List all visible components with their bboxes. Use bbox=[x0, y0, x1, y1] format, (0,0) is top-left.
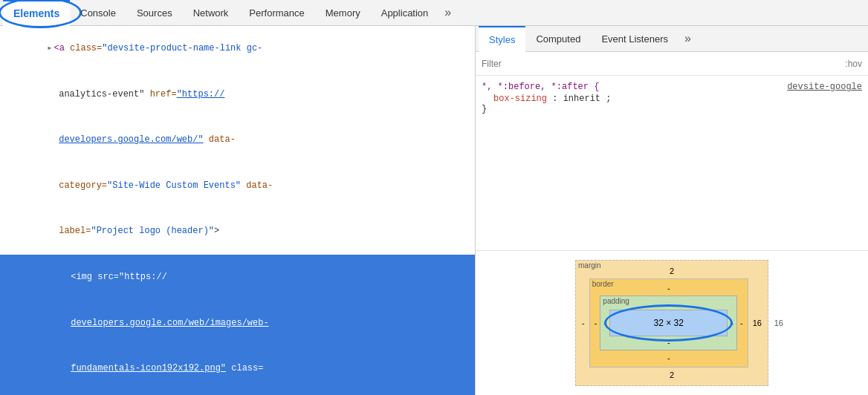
dom-attr-name: src= bbox=[97, 272, 119, 282]
content-dimensions: 32 × 32 bbox=[654, 318, 684, 328]
dom-line: ▸<a class="devsite-product-name-link gc- bbox=[0, 26, 475, 72]
css-colon: : bbox=[552, 94, 563, 104]
padding-row: - 32 × 32 - bbox=[603, 310, 733, 336]
box-model-area: margin 2 - border - - padding bbox=[476, 250, 868, 395]
tab-application[interactable]: Application bbox=[371, 0, 439, 26]
dom-attr-name: data- bbox=[246, 180, 273, 191]
box-padding: padding - - 32 × 32 bbox=[600, 296, 737, 350]
dom-line: analytics-event" href="https:// bbox=[0, 72, 475, 118]
dom-attr-name: category= bbox=[59, 180, 107, 191]
css-selector: *, *:before, *:after { bbox=[482, 82, 599, 92]
dom-tag: <a bbox=[54, 43, 64, 53]
dom-attr-name: href= bbox=[150, 89, 177, 99]
css-semicolon: ; bbox=[606, 94, 611, 104]
tab-more-button[interactable]: » bbox=[438, 6, 457, 19]
dom-attr-value: "Project logo (header)" bbox=[91, 226, 214, 236]
dom-text: analytics-event" bbox=[59, 89, 144, 99]
dom-attr-value: "devsite-product-name-link gc- bbox=[102, 43, 262, 53]
dom-tag: <img bbox=[71, 272, 92, 282]
css-property-value: inherit bbox=[563, 94, 600, 104]
filter-input[interactable] bbox=[482, 59, 839, 69]
padding-right-value: - bbox=[731, 319, 733, 327]
margin-label: margin bbox=[578, 261, 601, 270]
padding-label: padding bbox=[603, 297, 629, 305]
tab-elements[interactable]: Elements bbox=[3, 0, 70, 26]
dom-line: label="Project logo (header)"> bbox=[0, 209, 475, 255]
tab-performance[interactable]: Performance bbox=[239, 0, 314, 26]
css-close-brace: } bbox=[482, 104, 862, 114]
dom-link[interactable]: fundamentals-icon192x192.png" bbox=[71, 363, 226, 373]
border-row: - padding - - 32 × 32 bbox=[595, 296, 743, 350]
box-margin: margin 2 - border - - padding bbox=[575, 260, 768, 386]
dom-line-selected: developers.google.com/web/images/web- bbox=[0, 300, 475, 346]
devtools-window: Elements Console Sources Network Perform… bbox=[0, 0, 868, 26]
css-property-name: box-sizing bbox=[493, 94, 547, 104]
dom-line: category="Site-Wide Custom Events" data- bbox=[0, 163, 475, 209]
dom-line-selected: fundamentals-icon192x192.png" class= bbox=[0, 346, 475, 392]
tab-computed[interactable]: Computed bbox=[525, 26, 591, 52]
box-border: border - - padding - - bbox=[589, 278, 748, 368]
dom-line: developers.google.com/web/" data- bbox=[0, 117, 475, 163]
dom-link[interactable]: "https:// bbox=[177, 89, 225, 99]
dom-line-selected: "devsite-product-logo" alt="Web"> == $ bbox=[0, 392, 475, 396]
box-content: 32 × 32 bbox=[609, 310, 728, 336]
dom-text: > bbox=[214, 226, 219, 236]
dom-link[interactable]: developers.google.com/web/images/web- bbox=[71, 318, 268, 328]
css-rules-panel: *, *:before, *:after { devsite-google bo… bbox=[476, 76, 868, 250]
sub-tab-bar: Styles Computed Event Listeners » bbox=[476, 26, 868, 52]
tab-console[interactable]: Console bbox=[70, 0, 126, 26]
right-side-number: 16 bbox=[774, 319, 783, 327]
border-label: border bbox=[592, 280, 614, 288]
dom-line-selected: <img src="https:// bbox=[0, 255, 475, 301]
border-left-value: - bbox=[595, 319, 597, 327]
tab-event-listeners[interactable]: Event Listeners bbox=[591, 26, 678, 52]
dom-attr-name: class= bbox=[70, 43, 102, 53]
margin-right-value: 16 bbox=[753, 319, 762, 327]
margin-row: - border - - padding - bbox=[582, 278, 762, 368]
dom-link[interactable]: developers.google.com/web/" bbox=[59, 134, 203, 145]
css-brace: } bbox=[482, 104, 487, 114]
box-model-diagram: margin 2 - border - - padding bbox=[575, 260, 768, 386]
margin-top-value: 2 bbox=[582, 267, 762, 275]
top-tab-bar: Elements Console Sources Network Perform… bbox=[0, 0, 868, 26]
dom-attr-value: "https:// bbox=[119, 272, 167, 282]
dom-attr-value: "Site-Wide Custom Events" bbox=[107, 180, 241, 191]
border-right-value: - bbox=[740, 319, 743, 327]
main-content: ▸<a class="devsite-product-name-link gc-… bbox=[0, 26, 868, 395]
dom-attr-name: label= bbox=[59, 226, 91, 236]
css-source-link[interactable]: devsite-google bbox=[787, 82, 862, 92]
dom-attr-name: class= bbox=[231, 363, 263, 373]
dom-attr-name: data- bbox=[209, 134, 236, 145]
filter-bar: :hov bbox=[476, 52, 868, 76]
margin-left-value: - bbox=[582, 319, 585, 327]
css-rule: *, *:before, *:after { devsite-google bbox=[482, 82, 862, 92]
padding-left-value: - bbox=[603, 319, 606, 327]
border-top-value: - bbox=[595, 284, 743, 293]
padding-bottom-value: - bbox=[603, 338, 733, 347]
tab-memory[interactable]: Memory bbox=[315, 0, 371, 26]
css-property-line: box-sizing : inherit ; bbox=[482, 94, 862, 104]
triangle-icon: ▸ bbox=[47, 43, 52, 53]
tab-styles[interactable]: Styles bbox=[479, 26, 525, 52]
tab-sources[interactable]: Sources bbox=[126, 0, 183, 26]
tab-network[interactable]: Network bbox=[183, 0, 239, 26]
filter-hov-label: :hov bbox=[845, 59, 862, 69]
dom-panel: ▸<a class="devsite-product-name-link gc-… bbox=[0, 26, 476, 395]
sub-tab-more-button[interactable]: » bbox=[678, 32, 697, 45]
margin-bottom-value: 2 bbox=[582, 370, 762, 379]
right-panel: Styles Computed Event Listeners » :hov *… bbox=[476, 26, 868, 395]
border-bottom-value: - bbox=[595, 353, 743, 362]
